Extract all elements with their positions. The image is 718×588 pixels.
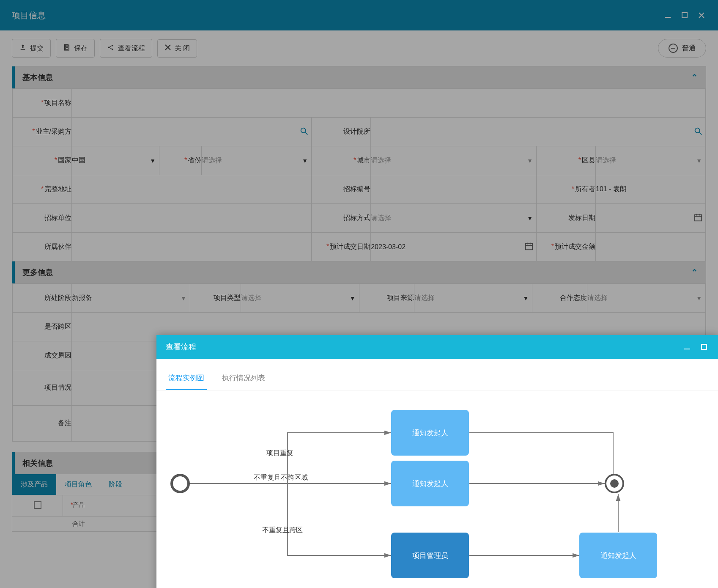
modal-minimize-icon[interactable] <box>682 342 692 352</box>
tab-exec-list[interactable]: 执行情况列表 <box>219 369 268 390</box>
flow-node-notify-3[interactable]: 通知发起人 <box>579 533 657 578</box>
tab-diagram[interactable]: 流程实例图 <box>166 369 207 390</box>
flow-node-notify-1[interactable]: 通知发起人 <box>391 410 469 456</box>
svg-rect-24 <box>702 344 707 349</box>
edge-label-nocross: 不重复且不跨区域 <box>254 473 308 482</box>
modal-maximize-icon[interactable] <box>699 342 709 352</box>
process-modal: 查看流程 流程实例图 执行情况列表 通知发起 <box>156 335 718 588</box>
flow-node-admin[interactable]: 项目管理员 <box>391 533 469 578</box>
edge-label-cross: 不重复且跨区 <box>262 526 303 535</box>
start-node <box>170 474 190 493</box>
flow-node-notify-2[interactable]: 通知发起人 <box>391 461 469 506</box>
end-node <box>605 474 624 493</box>
modal-tabs: 流程实例图 执行情况列表 <box>156 359 718 390</box>
flow-diagram: 通知发起人 通知发起人 项目管理员 通知发起人 项目重复 不重复且不跨区域 不重… <box>156 390 718 588</box>
edge-label-duplicate: 项目重复 <box>266 449 293 458</box>
modal-title: 查看流程 <box>166 342 196 352</box>
modal-titlebar: 查看流程 <box>156 335 718 359</box>
